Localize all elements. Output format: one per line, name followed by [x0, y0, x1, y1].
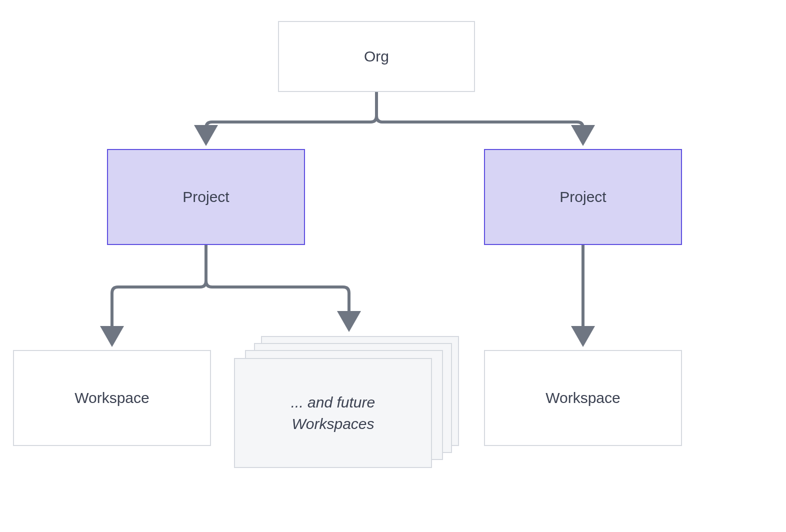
- hierarchy-diagram: Org Project Project Workspace ... and fu…: [0, 0, 786, 532]
- node-future-workspaces-stack: ... and future Workspaces: [234, 336, 459, 476]
- node-future-workspaces-label: ... and future Workspaces: [259, 392, 407, 435]
- connector-project-left-to-workspace-left: [112, 245, 206, 344]
- node-workspace-right-label: Workspace: [546, 390, 620, 406]
- node-workspace-right: Workspace: [484, 350, 682, 446]
- stack-card-front: ... and future Workspaces: [234, 358, 432, 468]
- node-project-left: Project: [107, 149, 305, 245]
- node-project-right: Project: [484, 149, 682, 245]
- connector-org-to-project-left: [206, 92, 376, 143]
- connector-project-left-to-future-workspaces: [206, 245, 349, 329]
- node-workspace-left-label: Workspace: [74, 390, 150, 406]
- node-project-left-label: Project: [182, 188, 229, 206]
- node-project-right-label: Project: [560, 188, 606, 206]
- connector-org-to-project-right: [376, 92, 583, 143]
- node-org-label: Org: [364, 48, 389, 65]
- node-workspace-left: Workspace: [13, 350, 211, 446]
- node-org: Org: [278, 21, 475, 92]
